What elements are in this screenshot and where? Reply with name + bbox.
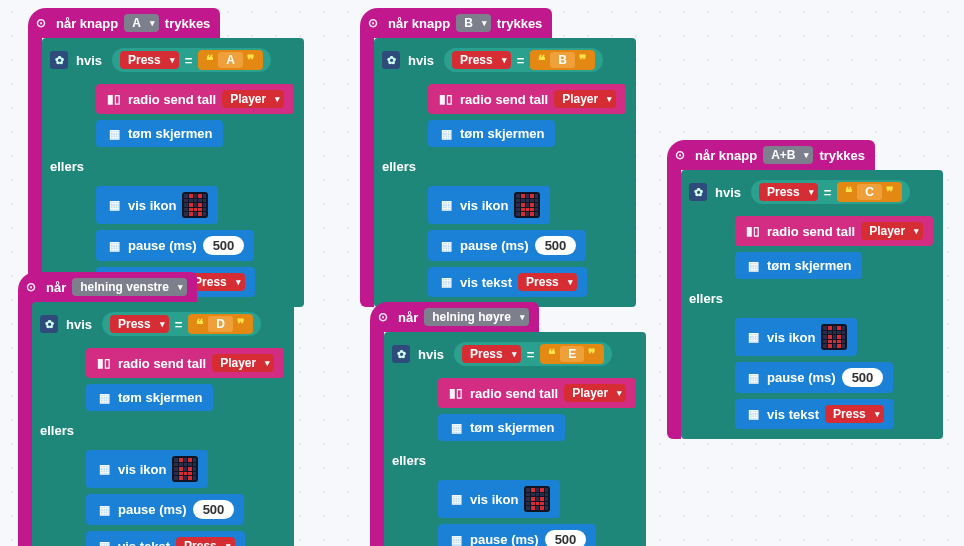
script-stack-R[interactable]: når helning høyre hvis Press = ❝E❞ ▮▯ ra… bbox=[370, 302, 646, 546]
radio-send-block[interactable]: ▮▯ radio send tall Player bbox=[86, 348, 284, 378]
pause-value[interactable]: 500 bbox=[545, 530, 587, 546]
cmd-label: radio send tall bbox=[460, 92, 548, 107]
show-icon-block[interactable]: ▦ vis ikon bbox=[735, 318, 857, 356]
grid-icon: ▦ bbox=[96, 539, 112, 546]
clear-screen-block[interactable]: ▦ tøm skjermen bbox=[96, 120, 223, 147]
press-var-dropdown[interactable]: Press bbox=[110, 315, 169, 333]
equals-operator[interactable]: Press = ❝E❞ bbox=[454, 342, 612, 366]
string-literal[interactable]: ❝C❞ bbox=[837, 182, 902, 202]
script-stack-L[interactable]: når helning venstre hvis Press = ❝D❞ ▮▯ … bbox=[18, 272, 294, 546]
cmd-label: pause (ms) bbox=[767, 370, 836, 385]
press-var-dropdown[interactable]: Press bbox=[825, 405, 884, 423]
show-icon-block[interactable]: ▦ vis ikon bbox=[428, 186, 550, 224]
gear-icon[interactable] bbox=[382, 51, 400, 69]
if-keyword: hvis bbox=[418, 347, 448, 362]
show-icon-block[interactable]: ▦ vis ikon bbox=[438, 480, 560, 518]
show-text-block[interactable]: ▦ vis tekst Press bbox=[735, 399, 894, 429]
hat-label2: trykkes bbox=[497, 16, 543, 31]
hat-label: når bbox=[46, 280, 66, 295]
press-var-dropdown[interactable]: Press bbox=[120, 51, 179, 69]
gesture-dropdown[interactable]: helning venstre bbox=[72, 278, 187, 296]
player-var-dropdown[interactable]: Player bbox=[222, 90, 284, 108]
show-text-block[interactable]: ▦ vis tekst Press bbox=[86, 531, 245, 546]
then-slot: ▮▯ radio send tall Player ▦ tøm skjermen bbox=[733, 212, 935, 283]
equals-operator[interactable]: Press = ❝C❞ bbox=[751, 180, 910, 204]
grid-icon: ▦ bbox=[438, 239, 454, 253]
radio-send-block[interactable]: ▮▯ radio send tall Player bbox=[96, 84, 294, 114]
player-var-dropdown[interactable]: Player bbox=[212, 354, 274, 372]
if-else-block[interactable]: hvis Press = ❝A❞ ▮▯ radio send tall Play… bbox=[42, 38, 304, 307]
hat-block[interactable]: når knapp B trykkes bbox=[360, 8, 552, 38]
hat-block[interactable]: når helning høyre bbox=[370, 302, 539, 332]
show-icon-block[interactable]: ▦ vis ikon bbox=[96, 186, 218, 224]
script-stack-B[interactable]: når knapp B trykkes hvis Press = ❝B❞ ▮▯ … bbox=[360, 8, 636, 307]
string-literal[interactable]: ❝B❞ bbox=[530, 50, 595, 70]
pause-block[interactable]: ▦ pause (ms) 500 bbox=[96, 230, 254, 261]
if-else-block[interactable]: hvis Press = ❝E❞ ▮▯ radio send tall Play… bbox=[384, 332, 646, 546]
gesture-dropdown[interactable]: helning høyre bbox=[424, 308, 529, 326]
hat-block[interactable]: når knapp A+B trykkes bbox=[667, 140, 875, 170]
then-slot: ▮▯ radio send tall Player ▦ tøm skjermen bbox=[94, 80, 296, 151]
if-else-block[interactable]: hvis Press = ❝B❞ ▮▯ radio send tall Play… bbox=[374, 38, 636, 307]
clear-screen-block[interactable]: ▦ tøm skjermen bbox=[86, 384, 213, 411]
script-stack-A[interactable]: når knapp A trykkes hvis Press = ❝A❞ ▮▯ … bbox=[28, 8, 304, 307]
pause-block[interactable]: ▦ pause (ms) 500 bbox=[428, 230, 586, 261]
script-stack-AB[interactable]: når knapp A+B trykkes hvis Press = ❝C❞ ▮… bbox=[667, 140, 943, 439]
hat-block[interactable]: når knapp A trykkes bbox=[28, 8, 220, 38]
press-var-dropdown[interactable]: Press bbox=[759, 183, 818, 201]
clear-screen-block[interactable]: ▦ tøm skjermen bbox=[735, 252, 862, 279]
radio-send-block[interactable]: ▮▯ radio send tall Player bbox=[438, 378, 636, 408]
equals-operator[interactable]: Press = ❝A❞ bbox=[112, 48, 271, 72]
pause-block[interactable]: ▦ pause (ms) 500 bbox=[735, 362, 893, 393]
cmd-label: vis ikon bbox=[470, 492, 518, 507]
gear-icon[interactable] bbox=[689, 183, 707, 201]
string-literal[interactable]: ❝A❞ bbox=[198, 50, 263, 70]
player-var-dropdown[interactable]: Player bbox=[861, 222, 923, 240]
cmd-label: tøm skjermen bbox=[128, 126, 213, 141]
pause-value[interactable]: 500 bbox=[535, 236, 577, 255]
cmd-label: pause (ms) bbox=[118, 502, 187, 517]
pause-value[interactable]: 500 bbox=[203, 236, 245, 255]
gear-icon[interactable] bbox=[50, 51, 68, 69]
button-dropdown[interactable]: B bbox=[456, 14, 491, 32]
cmd-label: tøm skjermen bbox=[118, 390, 203, 405]
led-grid-icon bbox=[182, 192, 208, 218]
button-dropdown[interactable]: A+B bbox=[763, 146, 813, 164]
show-icon-block[interactable]: ▦ vis ikon bbox=[86, 450, 208, 488]
cmd-label: radio send tall bbox=[470, 386, 558, 401]
pause-block[interactable]: ▦ pause (ms) 500 bbox=[86, 494, 244, 525]
gear-icon[interactable] bbox=[392, 345, 410, 363]
player-var-dropdown[interactable]: Player bbox=[564, 384, 626, 402]
pause-block[interactable]: ▦ pause (ms) 500 bbox=[438, 524, 596, 546]
equals-operator[interactable]: Press = ❝D❞ bbox=[102, 312, 261, 336]
radio-send-block[interactable]: ▮▯ radio send tall Player bbox=[428, 84, 626, 114]
if-else-block[interactable]: hvis Press = ❝C❞ ▮▯ radio send tall Play… bbox=[681, 170, 943, 439]
hat-label: når knapp bbox=[56, 16, 118, 31]
then-slot: ▮▯ radio send tall Player ▦ tøm skjermen bbox=[436, 374, 638, 445]
clear-screen-block[interactable]: ▦ tøm skjermen bbox=[438, 414, 565, 441]
if-else-block[interactable]: hvis Press = ❝D❞ ▮▯ radio send tall Play… bbox=[32, 302, 294, 546]
hat-block[interactable]: når helning venstre bbox=[18, 272, 197, 302]
else-keyword: ellers bbox=[40, 423, 78, 438]
player-var-dropdown[interactable]: Player bbox=[554, 90, 616, 108]
press-var-dropdown[interactable]: Press bbox=[462, 345, 521, 363]
hat-label: når bbox=[398, 310, 418, 325]
equals-operator[interactable]: Press = ❝B❞ bbox=[444, 48, 603, 72]
press-var-dropdown[interactable]: Press bbox=[452, 51, 511, 69]
string-literal[interactable]: ❝E❞ bbox=[540, 344, 604, 364]
clear-screen-block[interactable]: ▦ tøm skjermen bbox=[428, 120, 555, 147]
then-slot: ▮▯ radio send tall Player ▦ tøm skjermen bbox=[426, 80, 628, 151]
string-literal[interactable]: ❝D❞ bbox=[188, 314, 253, 334]
pause-value[interactable]: 500 bbox=[842, 368, 884, 387]
grid-icon: ▦ bbox=[438, 275, 454, 289]
pause-value[interactable]: 500 bbox=[193, 500, 235, 519]
press-var-dropdown[interactable]: Press bbox=[518, 273, 577, 291]
grid-icon: ▦ bbox=[96, 391, 112, 405]
grid-icon: ▦ bbox=[106, 127, 122, 141]
cmd-label: radio send tall bbox=[118, 356, 206, 371]
press-var-dropdown[interactable]: Press bbox=[176, 537, 235, 546]
radio-send-block[interactable]: ▮▯ radio send tall Player bbox=[735, 216, 933, 246]
gear-icon[interactable] bbox=[40, 315, 58, 333]
button-dropdown[interactable]: A bbox=[124, 14, 159, 32]
show-text-block[interactable]: ▦ vis tekst Press bbox=[428, 267, 587, 297]
